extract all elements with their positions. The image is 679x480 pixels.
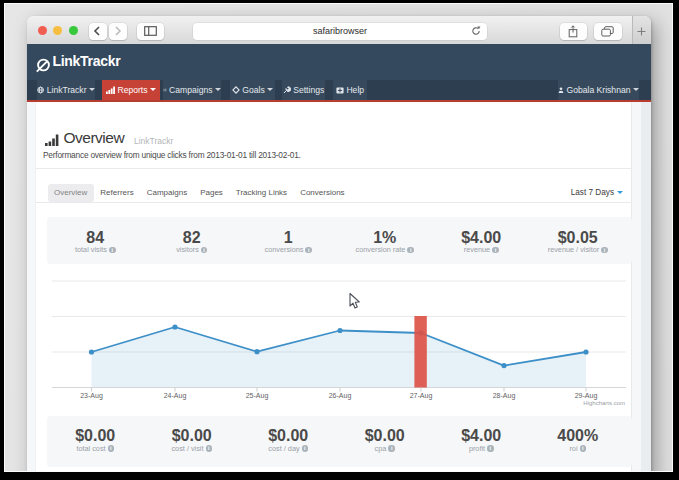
svg-text:26-Aug: 26-Aug [329, 392, 352, 400]
svg-text:24-Aug: 24-Aug [164, 392, 187, 400]
svg-text:27-Aug: 27-Aug [410, 392, 433, 400]
svg-text:29-Aug: 29-Aug [575, 392, 598, 400]
svg-text:28-Aug: 28-Aug [493, 392, 516, 400]
svg-text:Highcharts.com: Highcharts.com [583, 400, 625, 406]
svg-text:25-Aug: 25-Aug [246, 392, 269, 400]
svg-text:23-Aug: 23-Aug [80, 392, 103, 400]
